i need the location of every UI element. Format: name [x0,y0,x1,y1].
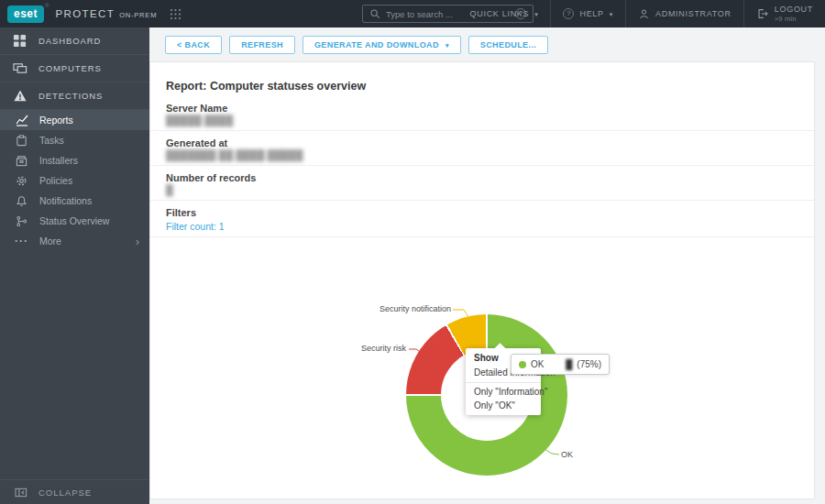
top-bar-menu: QUICK LINKS ▾ ? HELP ▾ ADMINISTRATOR LOG… [458,0,825,27]
sidebar-item-label: Policies [39,175,72,186]
eset-logo[interactable]: eset [7,5,44,23]
logout-icon [756,7,769,20]
sidebar-item-policies[interactable]: Policies [0,170,149,191]
quick-links-menu[interactable]: QUICK LINKS ▾ [458,0,551,27]
apps-grid-icon[interactable] [170,8,182,20]
user-icon [638,8,650,20]
collapse-icon [15,487,28,499]
eset-logo-text: eset [14,7,38,20]
sidebar-item-status-overview[interactable]: Status Overview [0,211,149,231]
sidebar-item-detections[interactable]: DETECTIONS [0,82,149,110]
installers-icon [15,155,28,167]
top-bar: eset ® PROTECT ON-PREM ? QUICK LINKS ▾ ?… [0,0,825,27]
sidebar-item-label: Reports [39,115,73,126]
help-circle-icon: ? [563,8,574,19]
sidebar-item-computers[interactable]: COMPUTERS [0,55,149,82]
logout-text: LOGOUT >9 min [775,5,813,23]
collapse-button[interactable]: COLLAPSE [0,479,149,504]
tooltip-count-redacted: █ [566,359,572,369]
sidebar-item-label: DASHBOARD [38,36,101,46]
logout-label: LOGOUT [775,5,813,15]
chart-label-security-notification: Security notification [380,304,451,313]
help-menu[interactable]: ? HELP ▾ [551,0,625,27]
product-name: PROTECT [55,8,115,19]
logout-timeout: >9 min [775,15,813,23]
tooltip-label: OK [531,359,544,369]
context-menu-item-only-ok[interactable]: Only "OK" [466,399,541,412]
chart-label-ok: OK [561,450,573,459]
registered-mark: ® [45,3,49,8]
reports-icon [15,114,28,126]
chart-tooltip: OK █ (75%) [511,354,610,375]
sidebar-item-dashboard[interactable]: DASHBOARD [0,27,149,55]
tooltip-swatch [519,361,526,368]
help-label: HELP [579,9,603,18]
sidebar-item-label: Status Overview [39,215,109,226]
divider [466,382,541,383]
warning-triangle-icon [12,89,28,103]
sidebar-item-more[interactable]: ··· More › [0,231,149,251]
sidebar-item-label: Installers [39,155,78,166]
sidebar-item-label: Tasks [39,135,64,146]
gear-icon [15,175,28,187]
context-menu-item-only-information[interactable]: Only "Information" [466,385,541,399]
product-edition: ON-PREM [119,11,157,19]
tasks-icon [15,135,28,147]
branch-icon [15,215,28,227]
sidebar-item-reports[interactable]: Reports [0,110,149,130]
bell-icon [15,195,28,207]
logout-button[interactable]: LOGOUT >9 min [744,0,825,27]
sidebar: DASHBOARD COMPUTERS DETECTIONS Reports T… [0,27,149,504]
sidebar-item-label: COMPUTERS [38,63,102,73]
sidebar-item-notifications[interactable]: Notifications [0,191,149,211]
sidebar-item-tasks[interactable]: Tasks [0,130,149,150]
quick-links-label: QUICK LINKS [470,9,530,18]
chart-label-security-risk: Security risk [361,344,406,353]
computers-icon [12,61,28,75]
tooltip-percent: (75%) [577,359,601,369]
user-label: ADMINISTRATOR [655,9,732,18]
dashboard-icon [12,34,28,48]
sidebar-item-label: More [39,236,61,247]
chevron-down-icon: ▾ [610,11,613,18]
user-menu[interactable]: ADMINISTRATOR [626,0,743,27]
sidebar-item-label: Notifications [39,195,92,206]
collapse-label: COLLAPSE [38,488,92,498]
chevron-right-icon: › [136,235,139,248]
sidebar-item-label: DETECTIONS [38,91,103,101]
search-icon [369,8,380,19]
chart-layer: Security notification Security risk OK S… [149,27,825,504]
chart-callout-lines [149,27,825,504]
more-dots-icon: ··· [15,235,28,247]
content-area: < BACK REFRESH GENERATE AND DOWNLOAD ▾ S… [149,27,825,504]
chevron-down-icon: ▾ [534,11,538,18]
sidebar-item-installers[interactable]: Installers [0,150,149,170]
